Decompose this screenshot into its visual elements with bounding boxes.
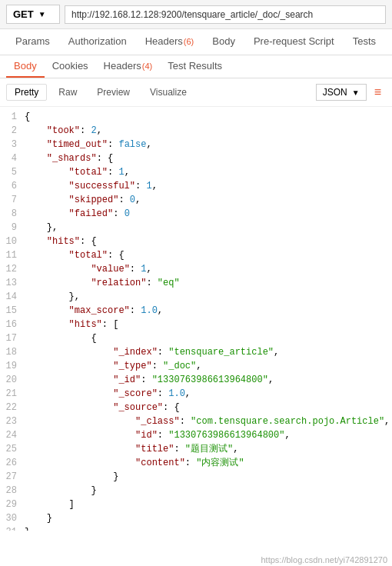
- code-line: 9 },: [0, 221, 392, 235]
- code-line: 20 "_id": "1330763986613964800",: [0, 373, 392, 387]
- line-content: "_index": "tensquare_article",: [25, 345, 392, 359]
- raw-button[interactable]: Raw: [50, 84, 85, 101]
- nav-tab-authorization[interactable]: Authorization: [59, 29, 136, 55]
- line-content: "_shards": {: [25, 151, 392, 165]
- line-number: 12: [0, 262, 25, 276]
- code-line: 31}: [0, 525, 392, 531]
- line-content: "content": "内容测试": [25, 456, 392, 470]
- line-number: 25: [0, 442, 25, 456]
- line-content: "took": 2,: [25, 124, 392, 138]
- line-number: 10: [0, 235, 25, 248]
- line-content: },: [25, 221, 392, 235]
- code-line: 5 "total": 1,: [0, 165, 392, 179]
- line-content: "total": {: [25, 248, 392, 262]
- line-number: 30: [0, 511, 25, 525]
- line-content: }: [25, 511, 392, 525]
- nav-tab-params[interactable]: Params: [6, 29, 59, 55]
- line-content: "value": 1,: [25, 262, 392, 276]
- code-line: 4 "_shards": {: [0, 151, 392, 165]
- code-line: 13 "relation": "eq": [0, 276, 392, 290]
- sub-tab-test-results[interactable]: Test Results: [160, 55, 230, 78]
- line-number: 13: [0, 276, 25, 290]
- code-line: 12 "value": 1,: [0, 262, 392, 276]
- sub-tab-body[interactable]: Body: [6, 55, 45, 78]
- code-line: 23 "_class": "com.tensquare.search.pojo.…: [0, 415, 392, 428]
- json-format-arrow-icon: ▼: [352, 88, 360, 97]
- line-content: "hits": [: [25, 318, 392, 331]
- line-content: }: [25, 470, 392, 484]
- json-format-select[interactable]: JSON ▼: [316, 84, 367, 101]
- format-bar: Pretty Raw Preview Visualize JSON ▼ ≡: [0, 78, 392, 107]
- visualize-button[interactable]: Visualize: [141, 84, 195, 101]
- line-number: 2: [0, 124, 25, 138]
- line-number: 4: [0, 151, 25, 165]
- line-number: 29: [0, 498, 25, 511]
- url-bar: GET ▼: [0, 0, 392, 29]
- line-number: 7: [0, 193, 25, 207]
- code-line: 24 "id": "1330763986613964800",: [0, 428, 392, 442]
- line-number: 9: [0, 221, 25, 235]
- line-number: 6: [0, 179, 25, 193]
- line-content: "id": "1330763986613964800",: [25, 428, 392, 442]
- line-content: "successful": 1,: [25, 179, 392, 193]
- code-line: 7 "skipped": 0,: [0, 193, 392, 207]
- line-number: 22: [0, 401, 25, 415]
- json-format-label: JSON: [323, 87, 347, 98]
- line-number: 28: [0, 484, 25, 498]
- line-content: "max_score": 1.0,: [25, 304, 392, 318]
- line-number: 8: [0, 207, 25, 221]
- nav-tabs: Params Authorization Headers(6) Body Pre…: [0, 29, 392, 55]
- line-content: "_type": "_doc",: [25, 359, 392, 373]
- watermark: https://blog.csdn.net/yi742891270: [256, 554, 392, 566]
- line-number: 20: [0, 373, 25, 387]
- sub-tab-cookies[interactable]: Cookies: [45, 55, 96, 78]
- wrap-icon[interactable]: ≡: [370, 83, 386, 102]
- line-number: 24: [0, 428, 25, 442]
- line-content: "_class": "com.tensquare.search.pojo.Art…: [25, 415, 392, 428]
- line-content: ]: [25, 498, 392, 511]
- line-number: 15: [0, 304, 25, 318]
- nav-tab-headers[interactable]: Headers(6): [136, 29, 204, 55]
- code-line: 30 }: [0, 511, 392, 525]
- line-content: "skipped": 0,: [25, 193, 392, 207]
- url-input[interactable]: [65, 5, 386, 24]
- code-line: 21 "_score": 1.0,: [0, 387, 392, 401]
- code-line: 1{: [0, 110, 392, 124]
- line-content: "failed": 0: [25, 207, 392, 221]
- code-line: 16 "hits": [: [0, 318, 392, 331]
- nav-tab-pre-request[interactable]: Pre-request Script: [244, 29, 344, 55]
- line-number: 19: [0, 359, 25, 373]
- code-line: 26 "content": "内容测试": [0, 456, 392, 470]
- line-content: }: [25, 484, 392, 498]
- code-line: 11 "total": {: [0, 248, 392, 262]
- line-number: 5: [0, 165, 25, 179]
- line-number: 17: [0, 331, 25, 345]
- line-number: 21: [0, 387, 25, 401]
- code-line: 15 "max_score": 1.0,: [0, 304, 392, 318]
- code-line: 28 }: [0, 484, 392, 498]
- code-line: 25 "title": "题目测试",: [0, 442, 392, 456]
- line-content: "hits": {: [25, 235, 392, 248]
- preview-button[interactable]: Preview: [88, 84, 138, 101]
- line-content: {: [25, 110, 392, 124]
- line-number: 31: [0, 525, 25, 531]
- line-number: 16: [0, 318, 25, 331]
- code-line: 29 ]: [0, 498, 392, 511]
- line-number: 3: [0, 138, 25, 151]
- line-content: {: [25, 331, 392, 345]
- line-content: "_id": "1330763986613964800",: [25, 373, 392, 387]
- method-label: GET: [13, 8, 34, 20]
- nav-tab-body[interactable]: Body: [203, 29, 244, 55]
- code-line: 19 "_type": "_doc",: [0, 359, 392, 373]
- code-line: 6 "successful": 1,: [0, 179, 392, 193]
- nav-tab-tests[interactable]: Tests: [344, 29, 385, 55]
- line-content: }: [25, 525, 392, 531]
- pretty-button[interactable]: Pretty: [6, 84, 47, 101]
- code-line: 22 "_source": {: [0, 401, 392, 415]
- line-content: "total": 1,: [25, 165, 392, 179]
- method-select[interactable]: GET ▼: [6, 5, 60, 24]
- code-line: 10 "hits": {: [0, 235, 392, 248]
- sub-tab-headers[interactable]: Headers(4): [96, 55, 161, 78]
- code-line: 8 "failed": 0: [0, 207, 392, 221]
- code-line: 14 },: [0, 290, 392, 304]
